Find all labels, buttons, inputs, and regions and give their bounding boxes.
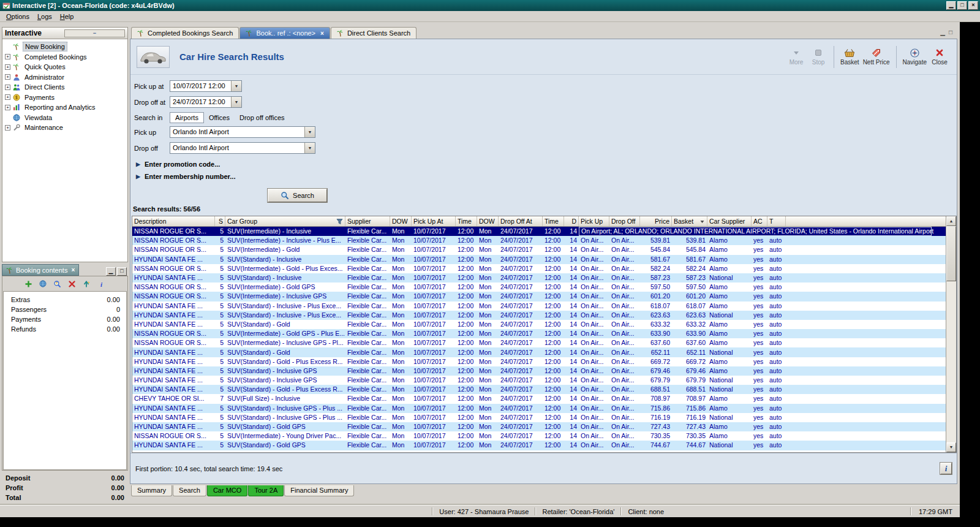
bottom-tab-tour-2a[interactable]: Tour 2A: [248, 485, 284, 496]
pickup-dropdown-button[interactable]: ▼: [304, 127, 315, 137]
search-button[interactable]: Search: [268, 189, 327, 202]
expand-icon[interactable]: +: [5, 94, 10, 100]
info-button[interactable]: i: [97, 280, 105, 288]
vertical-scrollbar[interactable]: ▲ ▼: [946, 216, 956, 452]
tab-completed-bookings-search[interactable]: Completed Bookings Search: [131, 27, 239, 39]
sidebar-item-payments[interactable]: +Payments: [5, 93, 127, 103]
table-row[interactable]: NISSAN ROGUE OR S...5SUV(Intermediate) -…: [132, 264, 946, 273]
table-row[interactable]: HYUNDAI SANTA FE ...5SUV(Standard) - Inc…: [132, 311, 946, 320]
child-restore-button[interactable]: □: [949, 29, 952, 36]
bottom-tab-financial-summary[interactable]: Financial Summary: [284, 485, 354, 496]
col-header-drop-off-at[interactable]: Drop Off At: [499, 216, 543, 226]
col-header-d[interactable]: D: [564, 216, 579, 226]
col-header-car-supplier[interactable]: Car Supplier: [707, 216, 752, 226]
maximize-button[interactable]: □: [957, 1, 967, 10]
table-row[interactable]: NISSAN ROGUE OR S...5SUV(Intermediate) -…: [132, 292, 946, 301]
pickup-at-dropdown-button[interactable]: ▼: [231, 81, 241, 91]
table-row[interactable]: HYUNDAI SANTA FE ...5SUV(Standard) - Gol…: [132, 347, 946, 357]
minimize-button[interactable]: ▁: [946, 1, 956, 10]
expand-icon[interactable]: +: [5, 54, 10, 59]
scroll-up-button[interactable]: ▲: [946, 216, 956, 226]
search-in-airports[interactable]: Airports: [170, 112, 204, 123]
table-row[interactable]: HYUNDAI SANTA FE ...5SUV(Standard) - Gol…: [132, 357, 946, 366]
booking-close-icon[interactable]: ×: [71, 267, 75, 273]
sidebar-item-direct-clients[interactable]: +Direct Clients: [5, 82, 127, 93]
sidebar-item-maintenance[interactable]: +Maintenance: [5, 123, 127, 133]
collapse-panel-button[interactable]: −: [64, 29, 125, 37]
bottom-tab-search[interactable]: Search: [173, 485, 206, 496]
tab-book-ref-none[interactable]: Book.. ref .: <none>×: [239, 27, 330, 39]
col-header-dow[interactable]: DOW: [477, 216, 499, 226]
expand-icon[interactable]: +: [5, 125, 10, 131]
table-row[interactable]: HYUNDAI SANTA FE ...5SUV(Standard) - Gol…: [132, 320, 946, 329]
globe-button[interactable]: [39, 280, 47, 287]
col-header-s[interactable]: S: [215, 216, 225, 226]
col-header-dow[interactable]: DOW: [390, 216, 412, 226]
membership-number-expander[interactable]: ▶ Enter membership number...: [136, 170, 957, 183]
scrollbar-thumb[interactable]: [946, 226, 956, 281]
booking-contents-tab[interactable]: Booking contents ×: [2, 264, 79, 276]
dropoff-at-combo[interactable]: 24/07/2017 12:00 ▼: [170, 96, 242, 108]
close-button[interactable]: ×: [968, 1, 978, 10]
expand-icon[interactable]: +: [5, 64, 10, 70]
col-header-t[interactable]: T: [767, 216, 786, 226]
expand-icon[interactable]: +: [5, 74, 10, 80]
table-row[interactable]: HYUNDAI SANTA FE ...5SUV(Standard) - Gol…: [132, 422, 946, 431]
table-row[interactable]: NISSAN ROGUE OR S...5SUV(Intermediate) -…: [132, 431, 946, 441]
col-header-drop-off[interactable]: Drop Off: [609, 216, 640, 226]
pickup-combo[interactable]: Orlando Intl Airport ▼: [170, 126, 315, 138]
col-header-time[interactable]: Time: [456, 216, 477, 226]
toolbar-nett-price-button[interactable]: Nett Price: [861, 48, 892, 66]
table-row[interactable]: NISSAN ROGUE OR S...5SUV(Intermediate) -…: [132, 245, 946, 254]
dropoff-combo[interactable]: Orlando Intl Airport ▼: [170, 142, 315, 154]
table-row[interactable]: NISSAN ROGUE OR S...5SUV(Intermediate) -…: [132, 282, 946, 292]
delete-button[interactable]: [68, 280, 76, 288]
col-header-time[interactable]: Time: [543, 216, 564, 226]
toolbar-stop-button[interactable]: Stop: [807, 48, 829, 66]
sidebar-item-administrator[interactable]: +Administrator: [5, 72, 127, 83]
table-row[interactable]: HYUNDAI SANTA FE ...5SUV(Standard) - Inc…: [132, 413, 946, 422]
table-row[interactable]: NISSAN ROGUE OR S...5SUV(Intermediate) -…: [132, 236, 946, 245]
table-row[interactable]: CHEVY TAHOE OR SI...7SUV(Full Size) - In…: [132, 394, 946, 403]
table-row[interactable]: NISSAN ROGUE OR S...5SUV(Intermediate) -…: [132, 329, 946, 338]
sidebar-item-completed-bookings[interactable]: +Completed Bookings: [5, 52, 127, 63]
child-minimize-button[interactable]: ▁: [940, 29, 945, 36]
expand-icon[interactable]: +: [5, 85, 10, 90]
toolbar-close-button[interactable]: Close: [929, 48, 951, 66]
scroll-down-button[interactable]: ▼: [946, 442, 956, 452]
find-button[interactable]: ?: [53, 280, 61, 288]
sidebar-item-viewdata[interactable]: Viewdata: [5, 113, 127, 123]
upload-button[interactable]: [83, 280, 91, 288]
menu-options[interactable]: Options: [3, 12, 34, 21]
sidebar-item-reporting-and-analytics[interactable]: +Reporting and Analytics: [5, 102, 127, 113]
col-header-price[interactable]: Price: [640, 216, 672, 226]
sidebar-item-new-booking[interactable]: New Booking: [5, 42, 127, 52]
bottom-tab-summary[interactable]: Summary: [131, 485, 172, 496]
dropoff-dropdown-button[interactable]: ▼: [304, 143, 315, 153]
dropoff-at-dropdown-button[interactable]: ▼: [231, 97, 241, 107]
table-row[interactable]: HYUNDAI SANTA FE ...5SUV(Standard) - Gol…: [132, 385, 946, 394]
col-header-ac[interactable]: AC: [752, 216, 767, 226]
toolbar-more-button[interactable]: More: [785, 48, 807, 66]
sidebar-item-quick-quotes[interactable]: +Quick Quotes: [5, 62, 127, 72]
col-header-supplier[interactable]: Supplier: [345, 216, 390, 226]
add-button[interactable]: [24, 280, 32, 288]
expand-icon[interactable]: +: [5, 105, 10, 110]
menu-help[interactable]: Help: [57, 12, 79, 21]
col-header-pick-up[interactable]: Pick Up: [579, 216, 609, 226]
booking-minimize-button[interactable]: ▁: [106, 267, 116, 276]
promotion-code-expander[interactable]: ▶ Enter promotion code...: [136, 158, 957, 170]
tab-direct-clients-search[interactable]: Direct Clients Search: [331, 27, 417, 39]
col-header-car-group[interactable]: Car Group: [225, 216, 345, 226]
table-row[interactable]: HYUNDAI SANTA FE ...5SUV(Standard) - Inc…: [132, 376, 946, 385]
table-row[interactable]: NISSAN ROGUE OR S...5SUV(Intermediate) -…: [132, 227, 946, 236]
table-row[interactable]: HYUNDAI SANTA FE ...5SUV(Standard) - Gol…: [132, 441, 946, 450]
toolbar-navigate-button[interactable]: Navigate: [901, 48, 929, 66]
scrollbar-track[interactable]: [946, 281, 956, 442]
table-row[interactable]: HYUNDAI SANTA FE ...5SUV(Standard) - Inc…: [132, 366, 946, 376]
menu-logs[interactable]: Logs: [34, 12, 57, 21]
col-header-basket[interactable]: Basket: [672, 216, 707, 226]
pickup-at-combo[interactable]: 10/07/2017 12:00 ▼: [170, 80, 242, 92]
table-row[interactable]: HYUNDAI SANTA FE ...5SUV(Standard) - Inc…: [132, 301, 946, 311]
col-header-pick-up-at[interactable]: Pick Up At: [412, 216, 456, 226]
